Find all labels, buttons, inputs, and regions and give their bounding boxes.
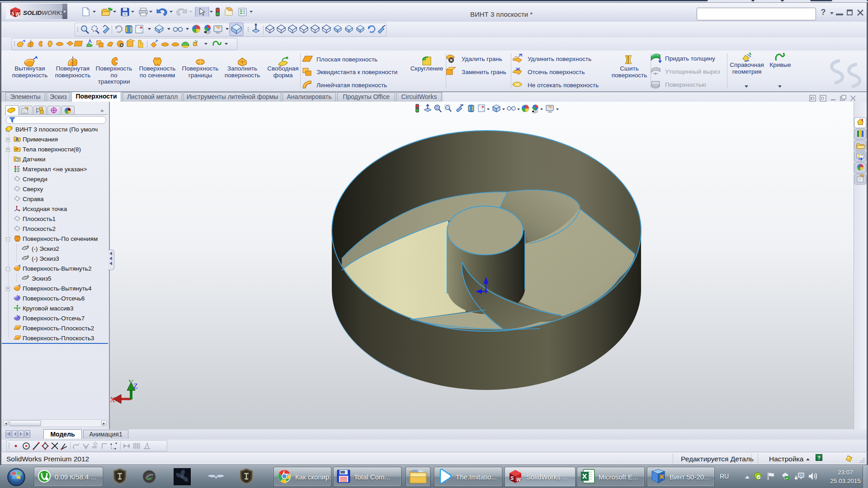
svg-text:W: W xyxy=(516,477,522,482)
svg-text:X: X xyxy=(110,396,115,404)
svg-text:S: S xyxy=(510,475,514,481)
svg-text:Z: Z xyxy=(133,382,138,390)
svg-text:A: A xyxy=(15,137,19,142)
